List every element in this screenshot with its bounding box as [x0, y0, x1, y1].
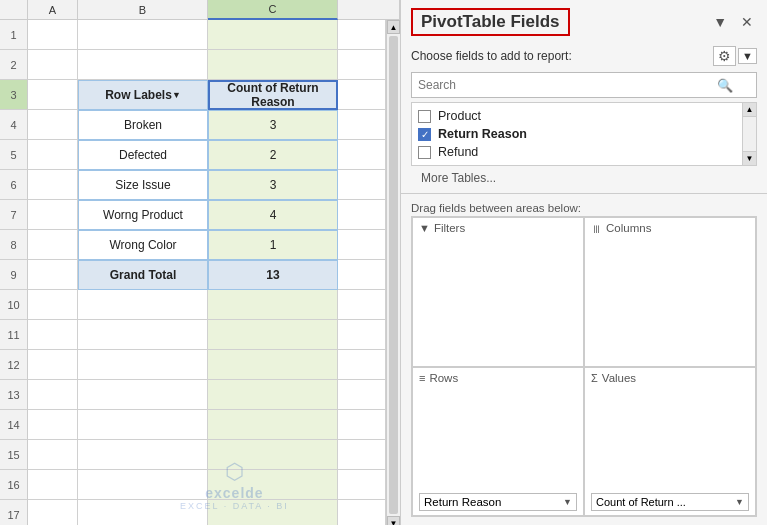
col-headers: A B C — [28, 0, 400, 20]
cell-a2 — [28, 50, 78, 80]
panel-settings-btn[interactable]: ▼ — [709, 12, 731, 32]
cell-rest-3 — [338, 80, 386, 110]
cell-c12 — [208, 350, 338, 380]
vertical-scrollbar[interactable]: ▲ ▼ — [386, 20, 400, 525]
scroll-thumb[interactable] — [389, 36, 398, 514]
row-num-12: 12 — [0, 350, 28, 380]
cell-rest-16 — [338, 470, 386, 500]
gear-dropdown-btn[interactable]: ▼ — [738, 48, 757, 64]
spreadsheet: A B C 1 2 3 4 5 6 7 8 9 10 11 12 13 — [0, 0, 400, 525]
cell-a4 — [28, 110, 78, 140]
cell-rest-13 — [338, 380, 386, 410]
row-num-7: 7 — [0, 200, 28, 230]
panel-header-icons: ▼ ✕ — [709, 12, 757, 32]
choose-fields-label: Choose fields to add to report: ⚙ ▼ — [401, 42, 767, 68]
cell-rest-6 — [338, 170, 386, 200]
cell-b13 — [78, 380, 208, 410]
cell-a10 — [28, 290, 78, 320]
row-num-5: 5 — [0, 140, 28, 170]
cell-b10 — [78, 290, 208, 320]
area-rows-title: ≡ Rows — [419, 372, 577, 384]
row-num-9: 9 — [0, 260, 28, 290]
cell-b7: Worng Product — [78, 200, 208, 230]
col-header-rest — [338, 0, 400, 20]
panel-bottom-spacer — [401, 517, 767, 525]
row-num-14: 14 — [0, 410, 28, 440]
filter-icon: ▼ — [419, 222, 430, 234]
area-columns-title: ⫼ Columns — [591, 222, 749, 234]
fields-scroll-up[interactable]: ▲ — [743, 103, 756, 117]
row-num-15: 15 — [0, 440, 28, 470]
scroll-up-btn[interactable]: ▲ — [387, 20, 400, 34]
cell-c9: 13 — [208, 260, 338, 290]
cell-c5: 2 — [208, 140, 338, 170]
cell-a14 — [28, 410, 78, 440]
row-num-10: 10 — [0, 290, 28, 320]
cell-a12 — [28, 350, 78, 380]
cell-c2 — [208, 50, 338, 80]
cell-a13 — [28, 380, 78, 410]
cell-rest-2 — [338, 50, 386, 80]
cell-b2 — [78, 50, 208, 80]
cell-rest-11 — [338, 320, 386, 350]
rows-dropdown[interactable]: Return Reason ▼ — [419, 493, 577, 511]
columns-icon: ⫼ — [591, 222, 602, 234]
fields-list-container: Product ✓ Return Reason Refund ▲ ▼ — [411, 102, 757, 166]
row-num-3: 3 — [0, 80, 28, 110]
fields-scroll-down[interactable]: ▼ — [743, 151, 756, 165]
scroll-down-btn[interactable]: ▼ — [387, 516, 400, 525]
field-checkbox-product[interactable] — [418, 110, 431, 123]
row-num-2: 2 — [0, 50, 28, 80]
col-header-C: C — [208, 0, 338, 20]
cell-rest-4 — [338, 110, 386, 140]
cell-rest-7 — [338, 200, 386, 230]
areas-grid: ▼ Filters ⫼ Columns ≡ Rows Return Reason… — [411, 216, 757, 517]
col-header-B: B — [78, 0, 208, 20]
row-num-11: 11 — [0, 320, 28, 350]
cell-rest-14 — [338, 410, 386, 440]
cell-c1 — [208, 20, 338, 50]
fields-scroll-track — [743, 117, 756, 151]
cell-b1 — [78, 20, 208, 50]
cell-c10 — [208, 290, 338, 320]
rows-icon: ≡ — [419, 372, 425, 384]
cell-b9: Grand Total — [78, 260, 208, 290]
cell-b5: Defected — [78, 140, 208, 170]
search-box-row: 🔍 — [401, 68, 767, 102]
cell-a6 — [28, 170, 78, 200]
corner-cell — [0, 0, 28, 20]
field-item-return-reason[interactable]: ✓ Return Reason — [418, 125, 736, 143]
field-item-product[interactable]: Product — [418, 107, 736, 125]
cell-rest-12 — [338, 350, 386, 380]
area-filters: ▼ Filters — [412, 217, 584, 367]
panel-header: PivotTable Fields ▼ ✕ — [401, 0, 767, 42]
field-item-refund[interactable]: Refund — [418, 143, 736, 161]
cell-c14 — [208, 410, 338, 440]
area-columns: ⫼ Columns — [584, 217, 756, 367]
row-num-8: 8 — [0, 230, 28, 260]
cell-b6: Size Issue — [78, 170, 208, 200]
area-values: Σ Values Count of Return ... ▼ — [584, 367, 756, 517]
cell-a9 — [28, 260, 78, 290]
cell-rest-9 — [338, 260, 386, 290]
row-num-13: 13 — [0, 380, 28, 410]
more-tables-link[interactable]: More Tables... — [411, 167, 506, 189]
cell-b12 — [78, 350, 208, 380]
search-input[interactable] — [418, 78, 717, 92]
cell-a16 — [28, 470, 78, 500]
area-rows: ≡ Rows Return Reason ▼ — [412, 367, 584, 517]
field-checkbox-refund[interactable] — [418, 146, 431, 159]
cell-rest-5 — [338, 140, 386, 170]
cell-b4: Broken — [78, 110, 208, 140]
cell-c4: 3 — [208, 110, 338, 140]
panel-close-btn[interactable]: ✕ — [737, 12, 757, 32]
cell-b14 — [78, 410, 208, 440]
gear-icon[interactable]: ⚙ — [713, 46, 736, 66]
pivot-panel: PivotTable Fields ▼ ✕ Choose fields to a… — [400, 0, 767, 525]
cell-rest-1 — [338, 20, 386, 50]
divider — [401, 193, 767, 194]
field-checkbox-return-reason[interactable]: ✓ — [418, 128, 431, 141]
values-dropdown[interactable]: Count of Return ... ▼ — [591, 493, 749, 511]
row-numbers: 1 2 3 4 5 6 7 8 9 10 11 12 13 14 15 16 1… — [0, 20, 28, 525]
cell-a5 — [28, 140, 78, 170]
